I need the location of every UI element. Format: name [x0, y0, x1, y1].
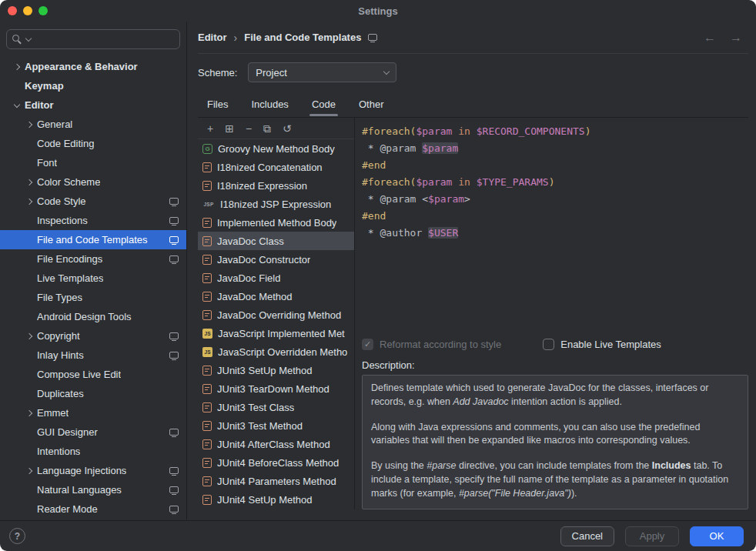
sidebar-item-language-injections[interactable]: Language Injections — [0, 461, 186, 480]
sidebar-item-label: Editor — [25, 99, 54, 111]
cancel-button[interactable]: Cancel — [560, 526, 614, 546]
apply-button[interactable]: Apply — [625, 526, 679, 546]
monitor-icon — [169, 332, 179, 339]
template-item-junit4-beforeclass-method[interactable]: JUnit4 BeforeClass Method — [198, 453, 354, 472]
settings-search-input[interactable] — [35, 34, 174, 45]
template-item-groovy-new-method-body[interactable]: GGroovy New Method Body — [198, 139, 354, 158]
sidebar-item-natural-languages[interactable]: Natural Languages — [0, 480, 186, 499]
sidebar-item-live-templates[interactable]: Live Templates — [0, 269, 186, 288]
titlebar: Settings — [0, 0, 756, 22]
sidebar-item-appearance-behavior[interactable]: Appearance & Behavior — [0, 57, 186, 76]
chevron-right-icon[interactable] — [23, 176, 35, 189]
chevron-right-icon[interactable] — [23, 195, 35, 208]
template-item-junit3-teardown-method[interactable]: JUnit3 TearDown Method — [198, 379, 354, 398]
sidebar-item-label: Appearance & Behavior — [25, 61, 138, 72]
ok-button[interactable]: OK — [690, 526, 744, 546]
reset-template-icon[interactable]: ↺ — [283, 123, 292, 134]
sidebar-item-code-editing[interactable]: Code Editing — [0, 134, 186, 153]
live-templates-checkbox[interactable] — [543, 339, 554, 350]
template-item-junit4-afterclass-method[interactable]: JUnit4 AfterClass Method — [198, 435, 354, 453]
template-item-label: JavaDoc Field — [217, 272, 280, 284]
template-item-javadoc-class[interactable]: JavaDoc Class — [198, 232, 354, 250]
sidebar-item-inlay-hints[interactable]: Inlay Hints — [0, 346, 186, 365]
template-template-icon — [202, 476, 212, 486]
tab-files[interactable]: Files — [198, 91, 237, 117]
template-template-icon — [202, 439, 212, 449]
template-item-junit4-setup-method[interactable]: JUnit4 SetUp Method — [198, 490, 354, 509]
copy-template-icon[interactable]: ⧉ — [263, 123, 271, 134]
search-icon[interactable] — [12, 35, 22, 45]
templates-panel: +⊞−⧉↺ GGroovy New Method BodyI18nized Co… — [198, 117, 748, 509]
settings-search-field[interactable] — [6, 29, 180, 49]
monitor-icon — [169, 467, 179, 474]
template-list: GGroovy New Method BodyI18nized Concaten… — [198, 139, 354, 509]
zoom-button[interactable] — [38, 6, 48, 15]
breadcrumb: Editor › File and Code Templates — [198, 32, 377, 44]
sidebar-item-file-encodings[interactable]: File Encodings — [0, 249, 186, 269]
sidebar-item-label: Compose Live Edit — [37, 369, 121, 380]
sidebar-item-compose-live-edit[interactable]: Compose Live Edit — [0, 365, 186, 384]
sidebar-item-color-scheme[interactable]: Color Scheme — [0, 172, 186, 192]
add-template-icon[interactable]: + — [207, 123, 213, 134]
sidebar-item-editor[interactable]: Editor — [0, 95, 186, 115]
sidebar-item-inspections[interactable]: Inspections — [0, 211, 186, 230]
template-item-implemented-method-body[interactable]: Implemented Method Body — [198, 213, 354, 232]
template-item-label: JUnit4 BeforeClass Method — [217, 457, 339, 469]
tab-includes[interactable]: Includes — [242, 91, 297, 117]
chevron-right-icon[interactable] — [11, 61, 23, 73]
sidebar-item-code-style[interactable]: Code Style — [0, 192, 186, 211]
sidebar-item-gui-designer[interactable]: GUI Designer — [0, 422, 186, 442]
template-item-i18nized-jsp-expression[interactable]: JSPI18nized JSP Expression — [198, 195, 354, 213]
template-item-javascript-overridden-metho[interactable]: JSJavaScript Overridden Metho — [198, 342, 354, 361]
remove-template-icon[interactable]: − — [246, 123, 252, 134]
sidebar-item-reader-mode[interactable]: Reader Mode — [0, 499, 186, 519]
chevron-right-icon[interactable] — [23, 330, 35, 342]
breadcrumb-editor[interactable]: Editor — [198, 32, 227, 43]
close-button[interactable] — [8, 6, 17, 15]
sidebar-item-label: File and Code Templates — [37, 234, 148, 245]
template-item-javascript-implemented-met[interactable]: JSJavaScript Implemented Met — [198, 324, 354, 342]
sidebar-item-duplicates[interactable]: Duplicates — [0, 384, 186, 403]
description-box[interactable]: Defines template which used to generate … — [362, 375, 748, 509]
chevron-right-icon[interactable] — [23, 465, 35, 477]
template-item-i18nized-expression[interactable]: I18nized Expression — [198, 176, 354, 195]
help-button[interactable]: ? — [9, 528, 25, 544]
template-item-javadoc-overriding-method[interactable]: JavaDoc Overriding Method — [198, 306, 354, 324]
template-item-i18nized-concatenation[interactable]: I18nized Concatenation — [198, 158, 354, 176]
create-child-template-icon[interactable]: ⊞ — [225, 123, 234, 134]
back-button[interactable]: ← — [704, 31, 716, 45]
sidebar-item-label: Android Design Tools — [37, 311, 132, 322]
chevron-down-icon[interactable] — [11, 99, 23, 112]
sidebar-item-file-types[interactable]: File Types — [0, 288, 186, 307]
template-template-icon — [202, 366, 212, 376]
sidebar-item-emmet[interactable]: Emmet — [0, 403, 186, 422]
chevron-right-icon[interactable] — [23, 119, 35, 131]
sidebar-item-android-design-tools[interactable]: Android Design Tools — [0, 307, 186, 326]
template-item-javadoc-constructor[interactable]: JavaDoc Constructor — [198, 250, 354, 269]
sidebar-item-intentions[interactable]: Intentions — [0, 442, 186, 461]
tab-code[interactable]: Code — [303, 91, 345, 117]
sidebar-item-copyright[interactable]: Copyright — [0, 326, 186, 346]
template-item-junit3-test-method[interactable]: JUnit3 Test Method — [198, 416, 354, 435]
chevron-down-icon[interactable] — [25, 35, 32, 41]
sidebar-item-general[interactable]: General — [0, 115, 186, 134]
chevron-spacer — [23, 388, 35, 400]
template-item-javadoc-method[interactable]: JavaDoc Method — [198, 287, 354, 306]
breadcrumb-file-and-code-templates: File and Code Templates — [244, 32, 361, 43]
chevron-right-icon[interactable] — [23, 407, 35, 419]
sidebar-item-font[interactable]: Font — [0, 153, 186, 172]
minimize-button[interactable] — [23, 6, 32, 15]
template-item-javadoc-field[interactable]: JavaDoc Field — [198, 269, 354, 287]
template-item-junit3-test-class[interactable]: JUnit3 Test Class — [198, 398, 354, 416]
reformat-checkbox[interactable]: ✓ — [362, 339, 373, 350]
monitor-icon — [169, 506, 179, 513]
template-item-junit3-setup-method[interactable]: JUnit3 SetUp Method — [198, 361, 354, 379]
tab-other[interactable]: Other — [350, 91, 393, 117]
sidebar-item-file-and-code-templates[interactable]: File and Code Templates — [0, 230, 186, 249]
template-item-label: JUnit4 AfterClass Method — [217, 439, 330, 450]
scheme-select[interactable]: Project — [248, 62, 396, 82]
sidebar-item-keymap[interactable]: Keymap — [0, 76, 186, 95]
template-item-junit4-parameters-method[interactable]: JUnit4 Parameters Method — [198, 472, 354, 490]
forward-button[interactable]: → — [730, 31, 742, 45]
template-editor[interactable]: #foreach($param in $RECORD_COMPONENTS) *… — [362, 118, 748, 332]
